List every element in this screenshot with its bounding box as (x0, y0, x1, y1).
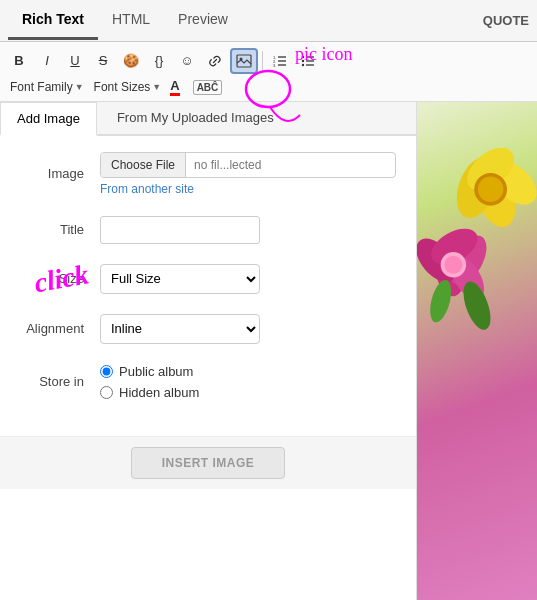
svg-text:3.: 3. (273, 63, 276, 68)
color-picker[interactable]: A (167, 78, 182, 97)
toolbar-row-2: Font Family ▼ Font Sizes ▼ A ABĈ (6, 76, 531, 99)
title-input[interactable] (100, 216, 260, 244)
from-site-link[interactable]: From another site (100, 182, 396, 196)
toolbar-row-1: B I U S 🍪 {} ☺ (6, 46, 531, 76)
ul-button[interactable] (295, 49, 321, 73)
choose-file-button[interactable]: Choose File (101, 153, 186, 177)
tab-html[interactable]: HTML (98, 1, 164, 39)
insert-btn-row: INSERT IMAGE (0, 436, 416, 489)
svg-point-26 (444, 256, 462, 274)
radio-public-input[interactable] (100, 365, 113, 378)
sub-tab-from-uploaded[interactable]: From My Uploaded Images (97, 102, 294, 134)
svg-point-13 (302, 63, 304, 65)
alignment-control: Inline Left Center Right (100, 314, 396, 344)
insert-image-button[interactable]: INSERT IMAGE (131, 447, 286, 479)
font-sizes-dropdown[interactable]: Font Sizes ▼ (90, 78, 166, 96)
size-row: Size Full Size Large Medium Small Thumbn… (20, 264, 396, 294)
alignment-row: Alignment Inline Left Center Right (20, 314, 396, 344)
link-button[interactable] (202, 49, 228, 73)
italic-button[interactable]: I (34, 49, 60, 73)
tab-bar: Rich Text HTML Preview QUOTE (0, 0, 537, 42)
chevron-down-icon: ▼ (75, 82, 84, 92)
file-name-display: no fil...lected (186, 153, 395, 177)
radio-public[interactable]: Public album (100, 364, 396, 379)
image-label: Image (20, 166, 100, 181)
sub-tab-add-image[interactable]: Add Image (0, 102, 97, 136)
radio-hidden[interactable]: Hidden album (100, 385, 396, 400)
size-label: Size (20, 271, 100, 286)
toolbar: B I U S 🍪 {} ☺ (0, 42, 537, 102)
flower-decoration (417, 142, 537, 342)
image-row: Image Choose File no fil...lected From a… (20, 152, 396, 196)
form-panel: Add Image From My Uploaded Images Image … (0, 102, 417, 600)
store-in-row: Store in Public album Hidden album (20, 364, 396, 400)
side-image-panel (417, 102, 537, 600)
title-control (100, 216, 396, 244)
image-form: Image Choose File no fil...lected From a… (0, 136, 416, 436)
size-control: Full Size Large Medium Small Thumbnail (100, 264, 396, 294)
svg-point-19 (478, 177, 503, 202)
image-control: Choose File no fil...lected From another… (100, 152, 396, 196)
tab-quote[interactable]: QUOTE (483, 13, 529, 28)
chevron-down-icon: ▼ (152, 82, 161, 92)
alignment-label: Alignment (20, 321, 100, 336)
main-area: Add Image From My Uploaded Images Image … (0, 102, 537, 600)
emoji-button[interactable]: 🍪 (118, 49, 144, 73)
svg-point-11 (302, 55, 304, 57)
store-in-control: Public album Hidden album (100, 364, 396, 400)
radio-group: Public album Hidden album (100, 364, 396, 400)
svg-point-12 (302, 59, 304, 61)
tab-preview[interactable]: Preview (164, 1, 242, 39)
store-in-label: Store in (20, 374, 100, 389)
size-select[interactable]: Full Size Large Medium Small Thumbnail (100, 264, 260, 294)
radio-hidden-input[interactable] (100, 386, 113, 399)
alignment-select[interactable]: Inline Left Center Right (100, 314, 260, 344)
file-input-group: Choose File no fil...lected (100, 152, 396, 178)
title-row: Title (20, 216, 396, 244)
underline-button[interactable]: U (62, 49, 88, 73)
bold-button[interactable]: B (6, 49, 32, 73)
title-label: Title (20, 222, 100, 237)
sub-tab-bar: Add Image From My Uploaded Images (0, 102, 416, 136)
strikethrough-button[interactable]: S (90, 49, 116, 73)
toolbar-divider (262, 51, 263, 71)
ol-button[interactable]: 1.2.3. (267, 49, 293, 73)
code-button[interactable]: {} (146, 49, 172, 73)
image-button[interactable] (230, 48, 258, 74)
smiley-button[interactable]: ☺ (174, 49, 200, 73)
tab-rich-text[interactable]: Rich Text (8, 1, 98, 40)
spellcheck-button[interactable]: ABĈ (193, 80, 223, 95)
font-family-dropdown[interactable]: Font Family ▼ (6, 78, 88, 96)
